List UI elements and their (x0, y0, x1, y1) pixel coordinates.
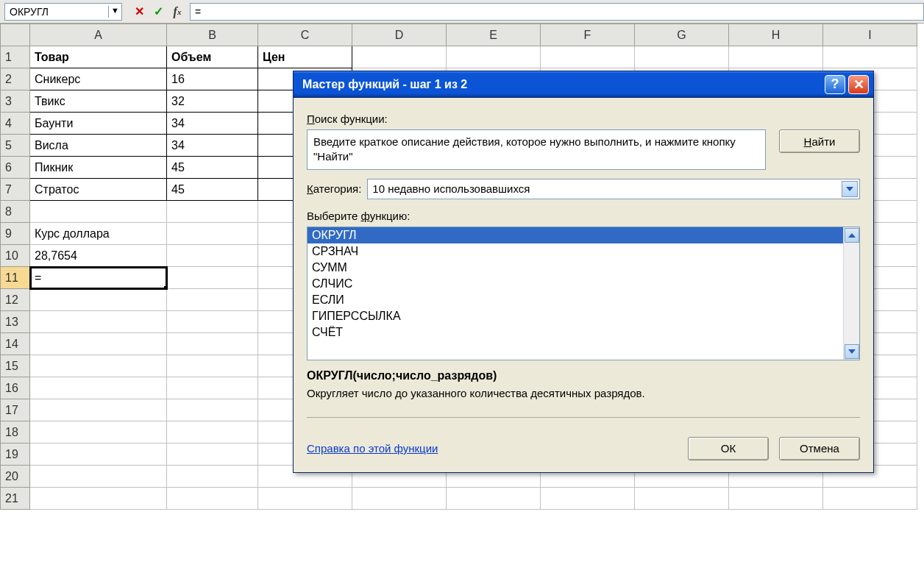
help-icon[interactable]: ? (825, 75, 845, 94)
column-header-G[interactable]: G (635, 24, 729, 46)
cell[interactable] (167, 333, 258, 355)
row-header[interactable]: 21 (1, 488, 30, 510)
cell[interactable] (167, 488, 258, 510)
cell[interactable]: Курс доллара (30, 223, 167, 245)
cell[interactable]: Цен (258, 46, 352, 68)
cell[interactable] (30, 421, 167, 444)
cell[interactable]: Пикник (30, 157, 167, 179)
cell[interactable]: 45 (167, 179, 258, 201)
accept-icon[interactable]: ✓ (149, 3, 168, 21)
name-box[interactable]: ОКРУГЛ ▼ (4, 3, 122, 21)
cell[interactable] (167, 355, 258, 377)
cell[interactable] (30, 399, 167, 421)
row-header[interactable]: 13 (1, 311, 30, 333)
cell[interactable]: Твикс (30, 90, 167, 113)
cell[interactable]: Стратос (30, 179, 167, 201)
cell[interactable]: Баунти (30, 113, 167, 135)
cell[interactable]: = (30, 267, 167, 289)
row-header[interactable]: 7 (1, 179, 30, 201)
cell[interactable]: Сникерс (30, 68, 167, 90)
row-header[interactable]: 1 (1, 46, 30, 68)
cell[interactable] (823, 46, 917, 68)
function-item[interactable]: СЛЧИС (308, 276, 843, 292)
category-select[interactable]: 10 недавно использовавшихся (367, 179, 860, 199)
cell[interactable] (30, 488, 167, 510)
cancel-icon[interactable]: ✕ (129, 3, 149, 21)
row-header[interactable]: 5 (1, 135, 30, 157)
cell[interactable] (30, 289, 167, 311)
name-box-dropdown-icon[interactable]: ▼ (108, 6, 120, 18)
cell[interactable] (447, 46, 541, 68)
row-header[interactable]: 17 (1, 399, 30, 421)
column-header-A[interactable]: A (30, 24, 167, 46)
cell[interactable] (541, 488, 635, 510)
fill-handle[interactable] (164, 286, 167, 289)
cell[interactable] (30, 333, 167, 355)
cell[interactable] (258, 488, 352, 510)
cell[interactable]: 34 (167, 113, 258, 135)
cell[interactable]: Объем (167, 46, 258, 68)
cell[interactable] (30, 444, 167, 466)
cell[interactable] (167, 267, 258, 289)
cell[interactable] (729, 46, 823, 68)
cell[interactable] (352, 488, 447, 510)
cell[interactable] (30, 377, 167, 399)
dialog-titlebar[interactable]: Мастер функций - шаг 1 из 2 ? ✕ (294, 71, 873, 98)
scroll-up-icon[interactable] (845, 228, 859, 243)
row-header[interactable]: 15 (1, 355, 30, 377)
cell[interactable] (167, 223, 258, 245)
row-header[interactable]: 9 (1, 223, 30, 245)
column-header-I[interactable]: I (823, 24, 917, 46)
function-item[interactable]: СЧЁТ (308, 324, 843, 341)
cell[interactable] (30, 311, 167, 333)
cell[interactable] (729, 488, 823, 510)
row-header[interactable]: 2 (1, 68, 30, 90)
cell[interactable] (635, 46, 729, 68)
column-header-H[interactable]: H (729, 24, 823, 46)
function-list[interactable]: ОКРУГЛСРЗНАЧСУММСЛЧИСЕСЛИГИПЕРССЫЛКАСЧЁТ (308, 227, 843, 360)
row-header[interactable]: 11 (1, 267, 30, 289)
row-header[interactable]: 3 (1, 90, 30, 113)
ok-button[interactable]: ОК (688, 437, 769, 460)
cell[interactable]: 45 (167, 157, 258, 179)
cell[interactable]: 34 (167, 135, 258, 157)
row-header[interactable]: 16 (1, 377, 30, 399)
cell[interactable] (167, 444, 258, 466)
row-header[interactable]: 18 (1, 421, 30, 444)
function-item[interactable]: ГИПЕРССЫЛКА (308, 308, 843, 324)
help-link[interactable]: Справка по этой функции (307, 442, 678, 455)
cell[interactable]: Висла (30, 135, 167, 157)
cell[interactable] (447, 488, 541, 510)
insert-function-icon[interactable]: fx (168, 3, 187, 21)
cancel-button[interactable]: Отмена (779, 437, 860, 460)
cell[interactable] (167, 289, 258, 311)
scrollbar[interactable] (843, 227, 859, 360)
find-button[interactable]: Найти (779, 129, 860, 153)
row-header[interactable]: 12 (1, 289, 30, 311)
cell[interactable] (635, 488, 729, 510)
cell[interactable] (30, 355, 167, 377)
cell[interactable] (167, 466, 258, 488)
chevron-down-icon[interactable] (842, 181, 858, 197)
cell[interactable]: 16 (167, 68, 258, 90)
column-header-D[interactable]: D (352, 24, 447, 46)
row-header[interactable]: 6 (1, 157, 30, 179)
cell[interactable] (167, 311, 258, 333)
search-input[interactable]: Введите краткое описание действия, котор… (307, 129, 766, 170)
cell[interactable] (823, 488, 917, 510)
row-header[interactable]: 19 (1, 444, 30, 466)
cell[interactable]: Товар (30, 46, 167, 68)
column-header-C[interactable]: C (258, 24, 352, 46)
column-header-E[interactable]: E (447, 24, 541, 46)
close-icon[interactable]: ✕ (848, 75, 869, 94)
row-header[interactable]: 14 (1, 333, 30, 355)
row-header[interactable]: 4 (1, 113, 30, 135)
cell[interactable] (167, 399, 258, 421)
cell[interactable]: 28,7654 (30, 245, 167, 267)
cell[interactable] (167, 421, 258, 444)
select-all-corner[interactable] (1, 24, 30, 46)
function-item[interactable]: ЕСЛИ (308, 292, 843, 308)
cell[interactable] (352, 46, 447, 68)
column-header-B[interactable]: B (167, 24, 258, 46)
column-header-F[interactable]: F (541, 24, 635, 46)
